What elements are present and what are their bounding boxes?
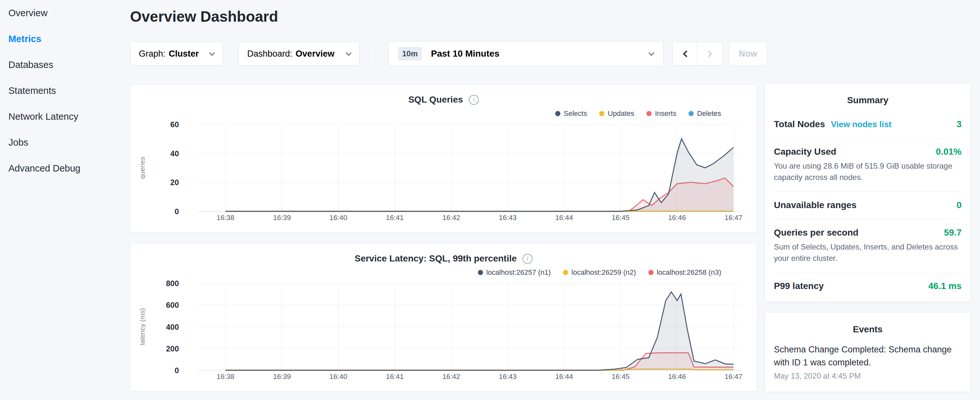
svg-text:40: 40 [170, 149, 179, 158]
info-icon[interactable]: i [522, 254, 533, 264]
sidebar-item-overview[interactable]: Overview [8, 0, 130, 26]
legend-dot-icon [689, 111, 694, 116]
sidebar: Overview Metrics Databases Statements Ne… [0, 0, 130, 181]
summary-rows: Total Nodes View nodes list 3 Capacity U… [774, 111, 962, 300]
svg-text:16:45: 16:45 [612, 214, 630, 222]
chevron-right-icon [705, 50, 712, 57]
svg-text:latency (ms): latency (ms) [138, 308, 146, 345]
svg-text:16:44: 16:44 [555, 214, 573, 222]
dashboard-dropdown[interactable]: Dashboard: Overview [239, 42, 360, 66]
sidebar-item-metrics[interactable]: Metrics [8, 26, 130, 52]
svg-text:0: 0 [175, 207, 179, 216]
main-content: Overview Dashboard Graph: Cluster Dashbo… [130, 0, 780, 392]
dashboard-dropdown-label: Dashboard: [247, 49, 293, 59]
svg-text:200: 200 [166, 344, 179, 353]
chart-title: Service Latency: SQL, 99th percentile [355, 253, 517, 264]
svg-text:16:42: 16:42 [442, 373, 460, 381]
time-prev-button[interactable] [672, 42, 698, 66]
summary-row-label: P99 latency [774, 281, 824, 291]
chart-legend: Selects Updates Inserts Deletes [130, 108, 757, 119]
summary-row-value: 59.7 [944, 228, 962, 238]
summary-row-total-nodes: Total Nodes View nodes list 3 [774, 111, 962, 138]
sql-queries-chart[interactable]: 020406016:3816:3916:4016:4116:4216:4316:… [130, 119, 757, 226]
info-icon[interactable]: i [469, 95, 479, 105]
legend-item-n3[interactable]: localhost:26258 (n3) [648, 268, 721, 277]
dashboard-dropdown-value: Overview [296, 49, 334, 59]
legend-label: Updates [608, 109, 634, 118]
summary-row-subtext: You are using 28.6 MiB of 515.9 GiB usab… [774, 160, 962, 183]
graph-dropdown[interactable]: Graph: Cluster [130, 42, 223, 66]
summary-row-label: Unavailable ranges [774, 200, 856, 210]
legend-item-updates[interactable]: Updates [599, 109, 634, 118]
events-panel: Events Schema Change Completed: Schema c… [765, 312, 971, 392]
svg-text:400: 400 [166, 323, 179, 331]
svg-text:16:46: 16:46 [668, 214, 686, 222]
sql-queries-chart-card: SQL Queries i Selects Updates Inserts De… [130, 84, 757, 233]
legend-dot-icon [599, 111, 605, 116]
svg-text:16:44: 16:44 [555, 373, 573, 381]
legend-label: localhost:26259 (n2) [571, 268, 636, 277]
svg-text:0: 0 [175, 366, 179, 375]
legend-dot-icon [563, 270, 568, 275]
summary-row-label: Total Nodes [774, 119, 825, 129]
svg-text:20: 20 [170, 178, 179, 187]
view-nodes-list-link[interactable]: View nodes list [831, 120, 891, 129]
legend-label: Selects [563, 109, 587, 118]
sidebar-item-statements[interactable]: Statements [8, 78, 130, 104]
chart-title-row: SQL Queries i [130, 93, 757, 106]
time-window-label: Past 10 Minutes [431, 49, 500, 59]
legend-item-inserts[interactable]: Inserts [646, 109, 676, 118]
summary-title: Summary [774, 95, 962, 105]
svg-text:queries: queries [138, 157, 146, 179]
svg-text:60: 60 [170, 120, 179, 129]
svg-text:16:38: 16:38 [216, 373, 234, 381]
summary-row-value: 0 [956, 200, 962, 210]
right-panel: Summary Total Nodes View nodes list 3 Ca… [765, 83, 971, 392]
legend-item-selects[interactable]: Selects [555, 109, 587, 118]
time-window-selector[interactable]: 10m Past 10 Minutes [388, 41, 663, 66]
legend-item-n1[interactable]: localhost:26257 (n1) [478, 268, 550, 277]
summary-row-value: 0.01% [936, 147, 962, 157]
summary-row-label: Capacity Used [774, 147, 836, 157]
sidebar-item-advanced-debug[interactable]: Advanced Debug [8, 155, 130, 181]
svg-text:16:45: 16:45 [612, 373, 630, 381]
service-latency-chart[interactable]: 020040060080016:3816:3916:4016:4116:4216… [130, 278, 757, 385]
summary-panel: Summary Total Nodes View nodes list 3 Ca… [765, 83, 971, 302]
svg-text:16:41: 16:41 [386, 373, 404, 381]
event-text: Schema Change Completed: Schema change w… [774, 343, 962, 369]
legend-label: Inserts [655, 109, 676, 118]
now-button[interactable]: Now [729, 42, 767, 66]
legend-item-n2[interactable]: localhost:26259 (n2) [563, 268, 636, 277]
chevron-down-icon [345, 50, 352, 56]
chevron-down-icon [209, 50, 215, 56]
events-title: Events [774, 324, 962, 335]
event-timestamp: May 13, 2020 at 4:45 PM [774, 371, 962, 381]
legend-label: Deletes [697, 109, 721, 118]
legend-item-deletes[interactable]: Deletes [689, 109, 721, 118]
sidebar-item-databases[interactable]: Databases [8, 52, 130, 78]
chevron-left-icon [682, 50, 689, 57]
svg-text:800: 800 [166, 279, 179, 288]
svg-text:600: 600 [166, 301, 179, 309]
summary-row-p99-latency: P99 latency 46.1 ms [774, 273, 962, 300]
service-latency-chart-card: Service Latency: SQL, 99th percentile i … [130, 243, 757, 392]
time-next-button[interactable] [698, 42, 723, 66]
legend-dot-icon [648, 270, 654, 275]
toolbar: Graph: Cluster Dashboard: Overview 10m P… [130, 41, 780, 66]
page-title: Overview Dashboard [130, 7, 780, 26]
summary-row-value: 46.1 ms [928, 281, 962, 291]
summary-row-queries-per-second: Queries per second 59.7 Sum of Selects, … [774, 219, 962, 273]
time-step-button-group [672, 42, 723, 66]
sidebar-item-network-latency[interactable]: Network Latency [8, 104, 130, 129]
legend-label: localhost:26258 (n3) [657, 268, 721, 277]
svg-text:16:42: 16:42 [442, 214, 460, 222]
svg-text:16:39: 16:39 [273, 373, 291, 381]
event-item[interactable]: Schema Change Completed: Schema change w… [774, 343, 962, 381]
summary-row-capacity-used: Capacity Used 0.01% You are using 28.6 M… [774, 138, 962, 191]
chart-legend: localhost:26257 (n1) localhost:26259 (n2… [130, 267, 757, 278]
svg-text:16:47: 16:47 [724, 373, 742, 381]
svg-text:16:40: 16:40 [329, 214, 347, 222]
sidebar-item-jobs[interactable]: Jobs [8, 129, 130, 155]
svg-text:16:41: 16:41 [386, 214, 404, 222]
time-window-badge: 10m [398, 47, 422, 61]
